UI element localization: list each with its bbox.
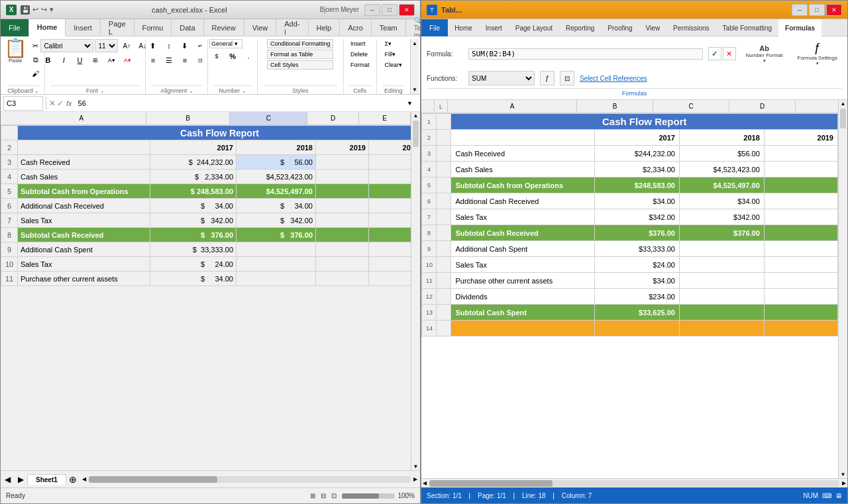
right-minimize-btn[interactable]: ─ <box>792 4 808 16</box>
formula-settings-btn[interactable]: ƒ Formula Settings ▾ <box>793 39 842 68</box>
tab-view[interactable]: View <box>244 19 277 36</box>
tab-review[interactable]: Review <box>204 19 244 36</box>
currency-btn[interactable]: $ <box>209 50 224 63</box>
tab-insert[interactable]: Insert <box>66 19 101 36</box>
italic-btn[interactable]: I <box>56 54 71 67</box>
right-tab-insert[interactable]: Insert <box>479 19 509 36</box>
cell-styles-btn[interactable]: Cell Styles <box>267 60 334 70</box>
tab-help[interactable]: Help <box>309 19 341 36</box>
right-scroll-thumb[interactable] <box>840 109 846 128</box>
cancel-formula-btn[interactable]: ✕ <box>49 99 56 108</box>
view-normal-btn[interactable]: ⊞ <box>310 492 315 499</box>
tab-pagelayout[interactable]: Page L <box>101 19 134 36</box>
functions-select[interactable]: SUM <box>468 71 535 85</box>
align-bottom-btn[interactable]: ⬇ <box>178 39 192 52</box>
scroll-down-btn[interactable]: ▼ <box>411 463 420 470</box>
ribbon-scroll[interactable]: ▲ ▼ <box>410 39 419 94</box>
view-layout-btn[interactable]: ⊟ <box>321 492 326 499</box>
scroll-up-btn[interactable]: ▲ <box>411 112 420 119</box>
autosum-btn[interactable]: Σ▾ <box>383 39 403 48</box>
year-2017[interactable]: 2017 <box>150 140 237 155</box>
right-h-scrollbar[interactable]: ◀ ▶ <box>421 478 847 487</box>
minimize-btn[interactable]: ─ <box>364 4 380 16</box>
formula-input[interactable] <box>75 96 404 111</box>
year-2018[interactable]: 2018 <box>237 140 316 155</box>
right-tab-reporting[interactable]: Reporting <box>559 19 601 36</box>
keyboard-icon[interactable]: ⌨ <box>822 492 831 499</box>
align-top-btn[interactable]: ⬆ <box>146 39 160 52</box>
tab-data[interactable]: Data <box>172 19 203 36</box>
right-tab-permissions[interactable]: Permissions <box>666 19 716 36</box>
font-name-select[interactable]: Calibri <box>40 39 93 52</box>
merge-btn[interactable]: ⊡ <box>193 54 208 67</box>
right-vertical-scrollbar[interactable]: ▲ ▼ <box>838 100 847 478</box>
sheet-nav-right[interactable]: ▶ <box>14 475 27 484</box>
number-format-dropdown[interactable]: General ▾ <box>209 39 242 48</box>
confirm-formula-btn[interactable]: ✓ <box>57 99 64 108</box>
tab-addins[interactable]: Add-i <box>276 19 308 36</box>
accept-formula-btn[interactable]: ✓ <box>708 47 721 60</box>
close-btn[interactable]: ✕ <box>399 4 415 16</box>
formula-value[interactable]: SUM(B2:B4) <box>468 48 703 60</box>
zoom-slider[interactable] <box>342 493 395 499</box>
right-tab-formulas[interactable]: Formulas <box>778 19 822 36</box>
fill-btn[interactable]: Fill▾ <box>383 50 403 59</box>
add-sheet-btn[interactable]: ⊕ <box>66 474 80 485</box>
h-scrollbar[interactable]: ◀ ▶ <box>80 476 420 483</box>
right-header-cell[interactable]: Cash Flow Report <box>451 114 838 130</box>
align-center-btn[interactable]: ☰ <box>162 54 176 67</box>
percent-btn[interactable]: % <box>225 50 240 63</box>
tab-home[interactable]: Home <box>29 19 66 36</box>
format-table-btn[interactable]: Format as Table <box>267 50 334 59</box>
tab-formulas[interactable]: Formu <box>134 19 172 36</box>
underline-btn[interactable]: U <box>72 54 87 67</box>
view-page-btn[interactable]: ⊡ <box>331 492 337 499</box>
right-tab-file[interactable]: File <box>421 19 448 36</box>
year-2019[interactable]: 2019 <box>316 140 369 155</box>
reject-formula-btn[interactable]: ✕ <box>723 47 736 60</box>
borders-btn[interactable]: ⊞ <box>88 54 103 67</box>
redo-btn[interactable]: ↪ <box>41 5 47 15</box>
year-2020[interactable]: 2020 <box>369 140 411 155</box>
fx-button[interactable]: ƒ <box>540 71 555 85</box>
format-cells-btn[interactable]: Format <box>349 60 371 70</box>
clear-btn[interactable]: Clear▾ <box>383 60 403 70</box>
right-tab-tableformatting[interactable]: Table Formatting <box>716 19 778 36</box>
bold-btn[interactable]: B <box>40 54 55 67</box>
right-scroll-up[interactable]: ▲ <box>839 100 847 107</box>
right-tab-home[interactable]: Home <box>448 19 479 36</box>
align-left-btn[interactable]: ≡ <box>146 54 160 67</box>
align-right-btn[interactable]: ≡ <box>178 54 192 67</box>
undo-btn[interactable]: ↩ <box>32 5 38 15</box>
wrap-text-btn[interactable]: ↵ <box>193 39 208 52</box>
increase-font-btn[interactable]: A↑ <box>119 39 134 52</box>
select-cell-refs-btn[interactable]: Select Cell References <box>580 75 647 82</box>
insert-cells-btn[interactable]: Insert <box>349 39 371 48</box>
font-size-select[interactable]: 11 <box>95 39 118 52</box>
right-close-btn[interactable]: ✕ <box>826 4 842 16</box>
sheet-nav-left[interactable]: ◀ <box>1 475 14 484</box>
font-color-btn[interactable]: A▾ <box>120 54 134 67</box>
delete-cells-btn[interactable]: Delete <box>349 50 371 59</box>
scroll-thumb[interactable] <box>413 121 419 147</box>
align-middle-btn[interactable]: ↕ <box>162 39 176 52</box>
number-format-btn[interactable]: Ab Number Format ▾ <box>741 42 788 66</box>
customize-btn[interactable]: ▾ <box>50 5 54 15</box>
header-cell[interactable]: Cash Flow Report <box>18 126 411 140</box>
save-icon[interactable]: 💾 <box>21 5 30 15</box>
right-maximize-btn[interactable]: □ <box>809 4 825 16</box>
tab-acrobat[interactable]: Acro <box>340 19 372 36</box>
sheet-tab-sheet1[interactable]: Sheet1 <box>27 474 66 485</box>
maximize-btn[interactable]: □ <box>382 4 398 16</box>
cell-reference-input[interactable] <box>3 96 43 111</box>
right-tab-proofing[interactable]: Proofing <box>601 19 639 36</box>
display-icon[interactable]: 🖥 <box>835 492 842 499</box>
tab-file[interactable]: File <box>1 19 29 36</box>
select-range-btn[interactable]: ⊡ <box>560 71 574 85</box>
right-scroll-down[interactable]: ▼ <box>839 471 847 478</box>
tab-team[interactable]: Team <box>372 19 406 36</box>
paste-btn[interactable]: 📋 Paste <box>4 39 27 64</box>
fill-color-btn[interactable]: A▾ <box>104 54 119 67</box>
vertical-scrollbar[interactable]: ▲ ▼ <box>411 112 420 470</box>
formula-expand-btn[interactable]: ▼ <box>407 100 417 107</box>
